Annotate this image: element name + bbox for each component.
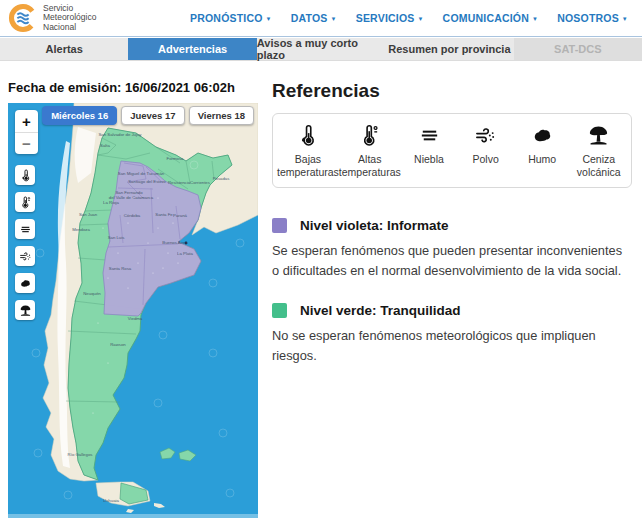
zoom-in-button[interactable]: + bbox=[15, 110, 38, 132]
green-level-description: No se esperan fenómenos meteorológicos q… bbox=[272, 326, 632, 366]
smoke-icon bbox=[531, 124, 554, 147]
map-label: Santa Rosa bbox=[109, 266, 132, 271]
emission-date: Fecha de emisión: 16/06/2021 06:02h bbox=[8, 80, 235, 95]
map-label: San Juan bbox=[79, 212, 98, 217]
map-label: Santa Fe bbox=[155, 212, 173, 217]
fog-icon bbox=[19, 223, 32, 236]
day-selector: Miércoles 16 Jueves 17 Viernes 18 bbox=[42, 106, 254, 125]
smn-logo[interactable]: Servicio Meteorológico Nacional bbox=[8, 3, 96, 33]
chevron-down-icon: ▼ bbox=[331, 16, 337, 22]
green-level-swatch bbox=[272, 303, 287, 318]
map-label: Resistencia bbox=[168, 180, 191, 185]
map-label: Río Gallegos bbox=[68, 452, 93, 457]
references-box: Bajas temperaturas Altas temperaturas Ni… bbox=[272, 113, 632, 188]
reference-fog: Niebla bbox=[401, 124, 458, 179]
reference-high-temp: Altas temperaturas bbox=[339, 124, 401, 179]
reference-dust: Polvo bbox=[457, 124, 514, 179]
references-panel: Referencias Bajas temperaturas Altas tem… bbox=[272, 80, 632, 388]
tab-alertas[interactable]: Alertas bbox=[0, 38, 128, 60]
dust-icon bbox=[19, 250, 32, 263]
map-label: San Salvador de Jujuy bbox=[99, 132, 143, 137]
chevron-down-icon: ▼ bbox=[266, 16, 272, 22]
legend-violet-row: Nivel violeta: Informate bbox=[272, 218, 632, 233]
nav-comunicacion[interactable]: COMUNICACIÓN ▼ bbox=[443, 12, 539, 24]
reference-volcanic-ash: Ceniza volcánica bbox=[570, 124, 627, 179]
smoke-icon bbox=[19, 277, 32, 290]
violet-level-description: Se esperan fenómenos que pueden presenta… bbox=[272, 241, 632, 281]
site-header: Servicio Meteorológico Nacional PRONÓSTI… bbox=[0, 0, 642, 37]
brand-name: Servicio Meteorológico Nacional bbox=[43, 4, 96, 33]
map-label: Santiago del Estero bbox=[128, 179, 166, 184]
map-label: Ushuaia bbox=[103, 498, 119, 503]
map-label: Viedma bbox=[128, 316, 143, 321]
reference-smoke: Humo bbox=[514, 124, 571, 179]
map-zoom-control: + − bbox=[15, 110, 38, 154]
low-temp-icon bbox=[19, 169, 32, 182]
volcanic-ash-icon bbox=[587, 124, 610, 147]
chevron-down-icon: ▼ bbox=[417, 16, 423, 22]
map-label: Corrientes bbox=[190, 180, 210, 185]
map-label: Córdoba bbox=[124, 213, 141, 218]
violet-level-swatch bbox=[272, 218, 287, 233]
chevron-down-icon: ▼ bbox=[622, 16, 628, 22]
filter-volcanic-ash-button[interactable] bbox=[15, 300, 35, 320]
filter-low-temp-button[interactable] bbox=[15, 165, 35, 185]
map-label: Formosa bbox=[167, 156, 185, 161]
filter-high-temp-button[interactable] bbox=[15, 192, 35, 212]
map-label: Paraná bbox=[173, 213, 187, 218]
volcanic-ash-icon bbox=[19, 304, 32, 317]
references-title: Referencias bbox=[272, 80, 632, 102]
nav-servicios[interactable]: SERVICIOS ▼ bbox=[356, 12, 424, 24]
section-tabs: Alertas Advertencias Avisos a muy corto … bbox=[0, 38, 642, 61]
tab-avisos-corto-plazo[interactable]: Avisos a muy corto plazo bbox=[257, 38, 385, 60]
map-label: Salta bbox=[100, 143, 110, 148]
dust-icon bbox=[474, 124, 497, 147]
day-tab-miercoles[interactable]: Miércoles 16 bbox=[42, 106, 117, 125]
filter-dust-button[interactable] bbox=[15, 246, 35, 266]
nav-nosotros[interactable]: NOSOTROS ▼ bbox=[557, 12, 628, 24]
nav-pronostico[interactable]: PRONÓSTICO ▼ bbox=[190, 12, 272, 24]
high-temp-icon bbox=[358, 124, 381, 147]
map-label: Buenos Aires bbox=[162, 240, 187, 245]
map-label: Posadas bbox=[213, 176, 230, 181]
map-label: San Luis bbox=[108, 235, 125, 240]
violet-level-title: Nivel violeta: Informate bbox=[300, 218, 449, 233]
map-bottom-strip bbox=[8, 514, 258, 518]
map-label: Neuquén bbox=[83, 291, 101, 296]
low-temp-icon bbox=[296, 124, 319, 147]
green-level-row: Nivel verde: Tranquilidad bbox=[272, 303, 632, 318]
tab-sat-dcs: SAT-DCS bbox=[514, 38, 642, 60]
phenomenon-filters bbox=[15, 165, 35, 320]
main-nav: PRONÓSTICO ▼ DATOS ▼ SERVICIOS ▼ COMUNIC… bbox=[190, 12, 628, 24]
nav-datos[interactable]: DATOS ▼ bbox=[291, 12, 337, 24]
tab-resumen-provincia[interactable]: Resumen por provincia bbox=[385, 38, 513, 60]
filter-smoke-button[interactable] bbox=[15, 273, 35, 293]
green-level-title: Nivel verde: Tranquilidad bbox=[300, 303, 461, 318]
smn-advertencias-page: Servicio Meteorológico Nacional PRONÓSTI… bbox=[0, 0, 642, 521]
filter-fog-button[interactable] bbox=[15, 219, 35, 239]
map-label: San Miguel de Tucumán bbox=[118, 171, 165, 176]
day-tab-viernes[interactable]: Viernes 18 bbox=[189, 106, 254, 125]
map-label: Mendoza bbox=[72, 227, 90, 232]
day-tab-jueves[interactable]: Jueves 17 bbox=[121, 106, 184, 125]
argentina-map-graphic: San Salvador de JujuySaltaFormosaSan Mig… bbox=[8, 103, 258, 518]
fog-icon bbox=[418, 124, 441, 147]
advisory-levels-legend: Nivel violeta: Informate Se esperan fenó… bbox=[272, 218, 632, 365]
chevron-down-icon: ▼ bbox=[532, 16, 538, 22]
smn-logo-icon bbox=[8, 3, 38, 33]
map-label: Rawson bbox=[110, 342, 126, 347]
reference-low-temp: Bajas temperaturas bbox=[277, 124, 339, 179]
high-temp-icon bbox=[19, 196, 32, 209]
tab-advertencias[interactable]: Advertencias bbox=[128, 38, 256, 60]
map-label: La Plata bbox=[177, 251, 193, 256]
map-label: La Rioja bbox=[103, 200, 119, 205]
zoom-out-button[interactable]: − bbox=[15, 132, 38, 154]
advisory-map[interactable]: San Salvador de JujuySaltaFormosaSan Mig… bbox=[8, 103, 258, 518]
